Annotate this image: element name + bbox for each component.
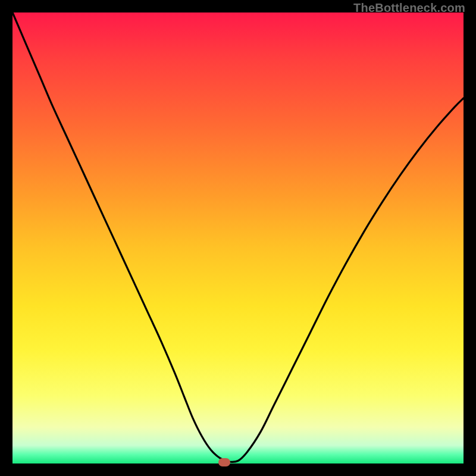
bottleneck-curve [12,12,464,462]
optimum-marker [218,458,230,466]
curve-svg [12,12,464,464]
watermark-text: TheBottleneck.com [353,1,465,15]
chart-frame: TheBottleneck.com [0,0,476,476]
plot-area [12,12,464,464]
